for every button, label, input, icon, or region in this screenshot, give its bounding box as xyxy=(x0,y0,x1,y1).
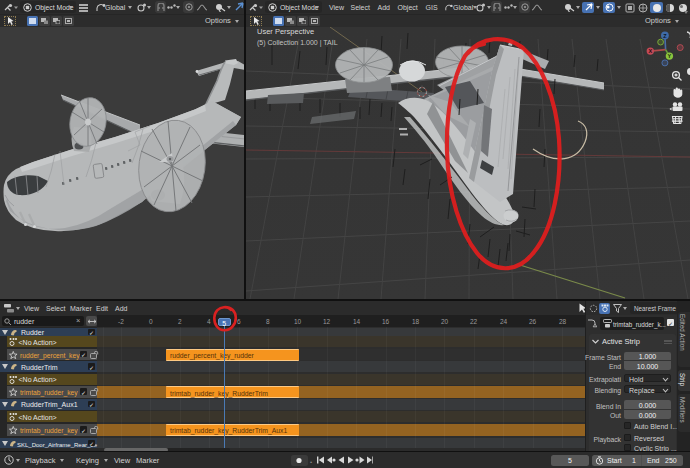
svg-text:Y: Y xyxy=(668,53,672,59)
svg-text:User Perspective: User Perspective xyxy=(257,27,314,36)
svg-text:(5) Collection 1.000 | TAIL: (5) Collection 1.000 | TAIL xyxy=(257,39,338,47)
svg-text:X: X xyxy=(648,48,652,54)
